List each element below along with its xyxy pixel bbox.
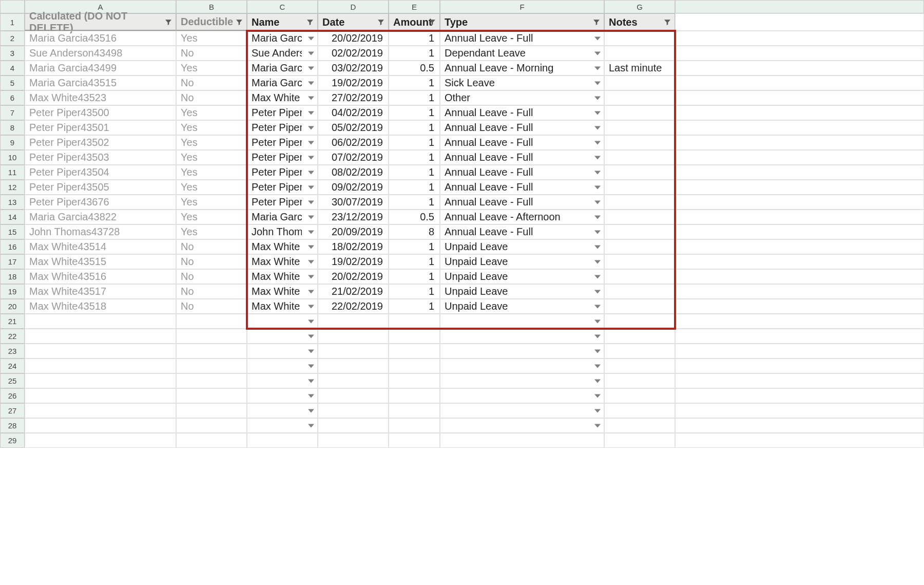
dropdown-icon[interactable] (308, 290, 314, 293)
cell-C7[interactable]: Peter Piper (247, 105, 318, 120)
cell-B25[interactable] (176, 373, 247, 388)
cell-B5[interactable]: No (176, 76, 247, 90)
cell-C6[interactable]: Max White (247, 90, 318, 105)
cell-A13[interactable]: Peter Piper43676 (25, 195, 176, 210)
cell-C4[interactable]: Maria Garcia (247, 61, 318, 76)
cell-C15[interactable]: John Thomas (247, 224, 318, 239)
cell-D15[interactable]: 20/09/2019 (318, 224, 389, 239)
dropdown-icon[interactable] (308, 349, 314, 353)
cell-D9[interactable]: 06/02/2019 (318, 135, 389, 150)
dropdown-icon[interactable] (308, 275, 314, 278)
cell-A4[interactable]: Maria Garcia43499 (25, 61, 176, 76)
dropdown-icon[interactable] (308, 66, 314, 70)
row-header-13[interactable]: 13 (0, 195, 25, 210)
cell-E25[interactable] (389, 373, 440, 388)
column-header-G[interactable]: G (604, 0, 675, 13)
cell-F2[interactable]: Annual Leave - Full (440, 31, 604, 46)
cell-B27[interactable] (176, 403, 247, 418)
dropdown-icon[interactable] (594, 260, 601, 263)
cell-F26[interactable] (440, 388, 604, 403)
cell-G2[interactable] (604, 31, 675, 46)
column-header-B[interactable]: B (176, 0, 247, 13)
cell-G4[interactable]: Last minute (604, 61, 675, 76)
header-cell-A[interactable]: Calculated (DO NOT DELETE) (25, 13, 176, 31)
cell-C25[interactable] (247, 373, 318, 388)
cell-C2[interactable]: Maria Garcia (247, 31, 318, 46)
cell-F21[interactable] (440, 314, 604, 329)
cell-A29[interactable] (25, 433, 176, 448)
dropdown-icon[interactable] (308, 379, 314, 383)
cell-C8[interactable]: Peter Piper (247, 120, 318, 135)
dropdown-icon[interactable] (308, 51, 314, 55)
dropdown-icon[interactable] (594, 51, 601, 55)
dropdown-icon[interactable] (308, 215, 314, 219)
dropdown-icon[interactable] (308, 156, 314, 159)
cell-A19[interactable]: Max White43517 (25, 284, 176, 299)
row-header-15[interactable]: 15 (0, 224, 25, 239)
row-header-11[interactable]: 11 (0, 165, 25, 180)
header-cell-D[interactable]: Date (318, 13, 389, 31)
cell-E20[interactable]: 1 (389, 299, 440, 314)
cell-A7[interactable]: Peter Piper43500 (25, 105, 176, 120)
row-header-28[interactable]: 28 (0, 418, 25, 433)
dropdown-icon[interactable] (594, 290, 601, 293)
dropdown-icon[interactable] (594, 36, 601, 40)
cell-F12[interactable]: Annual Leave - Full (440, 180, 604, 195)
header-cell-E[interactable]: Amount (389, 13, 440, 31)
column-header-E[interactable]: E (389, 0, 440, 13)
cell-B6[interactable]: No (176, 90, 247, 105)
cell-D5[interactable]: 19/02/2019 (318, 76, 389, 90)
cell-D16[interactable]: 18/02/2019 (318, 239, 389, 254)
column-header-blank[interactable] (675, 0, 924, 13)
cell-E12[interactable]: 1 (389, 180, 440, 195)
cell-G22[interactable] (604, 329, 675, 344)
cell-B28[interactable] (176, 418, 247, 433)
dropdown-icon[interactable] (594, 275, 601, 278)
cell-G24[interactable] (604, 358, 675, 373)
cell-F28[interactable] (440, 418, 604, 433)
cell-B21[interactable] (176, 314, 247, 329)
cell-B18[interactable]: No (176, 269, 247, 284)
cell-D3[interactable]: 02/02/2019 (318, 46, 389, 61)
cell-D18[interactable]: 20/02/2019 (318, 269, 389, 284)
cell-E16[interactable]: 1 (389, 239, 440, 254)
row-header-3[interactable]: 3 (0, 46, 25, 61)
dropdown-icon[interactable] (308, 111, 314, 115)
cell-C14[interactable]: Maria Garcia (247, 210, 318, 224)
dropdown-icon[interactable] (594, 171, 601, 174)
cell-G19[interactable] (604, 284, 675, 299)
cell-B22[interactable] (176, 329, 247, 344)
cell-B26[interactable] (176, 388, 247, 403)
dropdown-icon[interactable] (308, 230, 314, 234)
cell-B24[interactable] (176, 358, 247, 373)
row-header-1[interactable]: 1 (0, 13, 25, 31)
dropdown-icon[interactable] (594, 305, 601, 308)
cell-F20[interactable]: Unpaid Leave (440, 299, 604, 314)
cell-D20[interactable]: 22/02/2019 (318, 299, 389, 314)
cell-G28[interactable] (604, 418, 675, 433)
dropdown-icon[interactable] (308, 36, 314, 40)
cell-C5[interactable]: Maria Garcia (247, 76, 318, 90)
cell-F23[interactable] (440, 344, 604, 358)
row-header-8[interactable]: 8 (0, 120, 25, 135)
dropdown-icon[interactable] (308, 364, 314, 368)
cell-B4[interactable]: Yes (176, 61, 247, 76)
cell-A24[interactable] (25, 358, 176, 373)
cell-B11[interactable]: Yes (176, 165, 247, 180)
cell-A12[interactable]: Peter Piper43505 (25, 180, 176, 195)
cell-D21[interactable] (318, 314, 389, 329)
cell-D7[interactable]: 04/02/2019 (318, 105, 389, 120)
cell-C19[interactable]: Max White (247, 284, 318, 299)
cell-G20[interactable] (604, 299, 675, 314)
row-header-2[interactable]: 2 (0, 31, 25, 46)
cell-B2[interactable]: Yes (176, 31, 247, 46)
cell-C12[interactable]: Peter Piper (247, 180, 318, 195)
row-header-25[interactable]: 25 (0, 373, 25, 388)
dropdown-icon[interactable] (308, 260, 314, 263)
cell-E6[interactable]: 1 (389, 90, 440, 105)
cell-A15[interactable]: John Thomas43728 (25, 224, 176, 239)
row-header-18[interactable]: 18 (0, 269, 25, 284)
cell-G8[interactable] (604, 120, 675, 135)
row-header-24[interactable]: 24 (0, 358, 25, 373)
cell-B14[interactable]: Yes (176, 210, 247, 224)
